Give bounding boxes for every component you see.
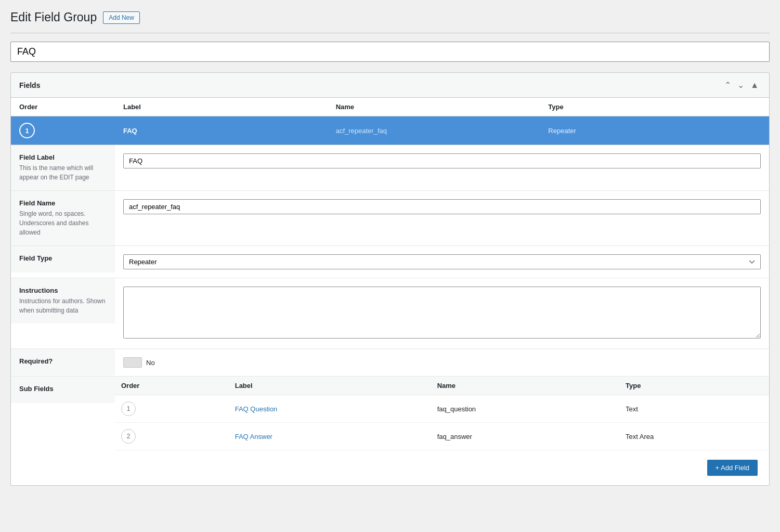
table-header: Order Label Name Type: [11, 98, 769, 116]
field-detail: Field Label This is the name which will …: [11, 145, 769, 485]
fields-panel-title: Fields: [19, 81, 40, 89]
field-row-label: FAQ: [123, 127, 336, 135]
sub-field-type-cell: Text Area: [619, 423, 769, 450]
sub-col-order: Order: [115, 377, 229, 395]
field-label-input-cell: [115, 145, 769, 177]
sub-fields-table: Order Label Name Type 1 FAQ Question faq…: [115, 377, 769, 485]
field-row-type: Repeater: [548, 127, 761, 135]
sub-field-label-link[interactable]: FAQ Question: [235, 405, 278, 413]
sub-field-name-cell: faq_answer: [431, 423, 619, 450]
sub-fields-tbody: 1 FAQ Question faq_question Text 2 FAQ A…: [115, 395, 769, 450]
sub-field-name-cell: faq_question: [431, 395, 619, 423]
sub-col-name: Name: [431, 377, 619, 395]
required-toggle-label: No: [146, 359, 155, 367]
fields-panel-header: Fields ⌃ ⌄ ▲: [11, 73, 769, 98]
fields-panel: Fields ⌃ ⌄ ▲ Order Label Name Type 1 FAQ…: [10, 72, 770, 486]
field-label-desc: This is the name which will appear on th…: [19, 163, 107, 182]
page-title: Edit Field Group: [10, 10, 97, 24]
field-label-title: Field Label: [19, 153, 107, 161]
field-name-row: Field Name Single word, no spaces. Under…: [11, 191, 769, 246]
add-field-cell: + Add Field: [115, 450, 769, 486]
sub-field-label-cell: FAQ Answer: [229, 423, 431, 450]
field-name-title: Field Name: [19, 199, 107, 207]
field-name-input[interactable]: [123, 199, 761, 214]
instructions-desc: Instructions for authors. Shown when sub…: [19, 296, 107, 315]
collapse-down-button[interactable]: ⌄: [735, 79, 746, 91]
field-name-desc: Single word, no spaces. Underscores and …: [19, 209, 107, 237]
sub-order-circle: 1: [121, 401, 136, 416]
col-order: Order: [19, 103, 123, 111]
field-name-cell: Field Name Single word, no spaces. Under…: [11, 191, 115, 245]
required-toggle[interactable]: [123, 357, 142, 368]
add-field-row: + Add Field: [115, 450, 769, 486]
field-type-title: Field Type: [19, 254, 107, 262]
sub-fields-input-cell: Order Label Name Type 1 FAQ Question faq…: [115, 377, 769, 485]
sub-col-type: Type: [619, 377, 769, 395]
required-title: Required?: [19, 357, 107, 365]
sub-field-row[interactable]: 2 FAQ Answer faq_answer Text Area: [115, 423, 769, 450]
sub-field-label-cell: FAQ Question: [229, 395, 431, 423]
instructions-label-cell: Instructions Instructions for authors. S…: [11, 278, 115, 323]
fields-panel-controls: ⌃ ⌄ ▲: [722, 79, 761, 91]
field-type-select[interactable]: Repeater Text Text Area Number Email URL…: [123, 254, 761, 269]
field-label-cell: Field Label This is the name which will …: [11, 145, 115, 190]
field-label-input[interactable]: [123, 153, 761, 168]
field-row-name: acf_repeater_faq: [336, 127, 549, 135]
instructions-input-cell: [115, 278, 769, 348]
field-type-row: Field Type Repeater Text Text Area Numbe…: [11, 246, 769, 278]
toggle-button[interactable]: ▲: [748, 80, 761, 91]
sub-field-type-cell: Text: [619, 395, 769, 423]
add-field-button[interactable]: + Add Field: [707, 460, 758, 476]
field-row-1[interactable]: 1 FAQ acf_repeater_faq Repeater: [11, 116, 769, 145]
add-new-button[interactable]: Add New: [103, 11, 140, 24]
required-label-cell: Required?: [11, 349, 115, 375]
sub-fields-header-row: Order Label Name Type: [115, 377, 769, 395]
instructions-title: Instructions: [19, 287, 107, 294]
required-input-cell: No: [115, 349, 769, 376]
field-order-circle: 1: [19, 123, 35, 138]
field-name-input-cell: [115, 191, 769, 223]
field-type-cell: Field Type: [11, 246, 115, 273]
sub-field-row[interactable]: 1 FAQ Question faq_question Text: [115, 395, 769, 423]
required-toggle-wrap: No: [123, 357, 761, 368]
sub-field-label-link[interactable]: FAQ Answer: [235, 433, 272, 440]
group-name-input[interactable]: [10, 42, 770, 62]
page-header: Edit Field Group Add New: [10, 10, 770, 24]
sub-fields-row: Sub Fields Order Label Name Type: [11, 377, 769, 485]
col-label: Label: [123, 103, 336, 111]
col-type: Type: [548, 103, 761, 111]
required-row: Required? No: [11, 349, 769, 377]
instructions-row: Instructions Instructions for authors. S…: [11, 278, 769, 349]
field-type-input-cell: Repeater Text Text Area Number Email URL…: [115, 246, 769, 278]
collapse-up-button[interactable]: ⌃: [722, 79, 733, 91]
sub-order-circle: 2: [121, 429, 136, 444]
sub-field-order-cell: 2: [115, 423, 229, 450]
sub-fields-title: Sub Fields: [19, 385, 107, 393]
col-name: Name: [336, 103, 549, 111]
page-wrapper: Edit Field Group Add New Fields ⌃ ⌄ ▲ Or…: [0, 0, 780, 507]
instructions-textarea[interactable]: [123, 287, 761, 339]
sub-fields-label-cell: Sub Fields: [11, 377, 115, 403]
sub-col-label: Label: [229, 377, 431, 395]
field-label-row: Field Label This is the name which will …: [11, 145, 769, 191]
sub-field-order-cell: 1: [115, 395, 229, 423]
